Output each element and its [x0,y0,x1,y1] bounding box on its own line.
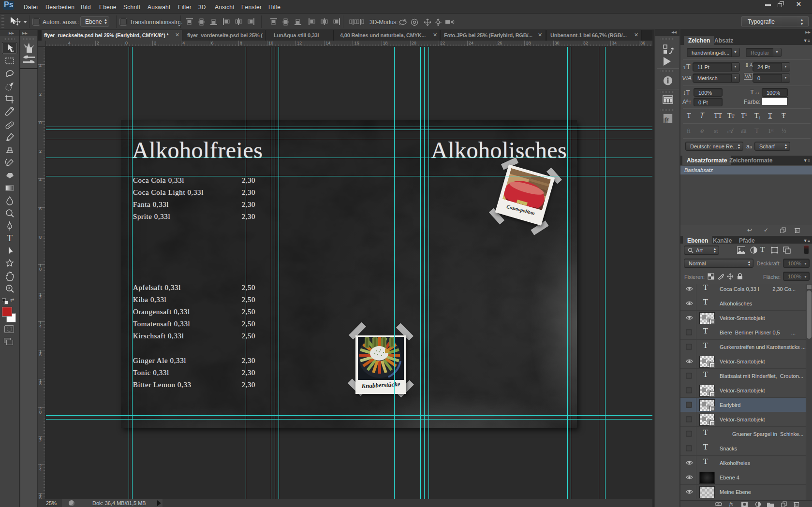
svg-text:T: T [7,233,13,243]
svg-text:fx: fx [665,116,669,123]
